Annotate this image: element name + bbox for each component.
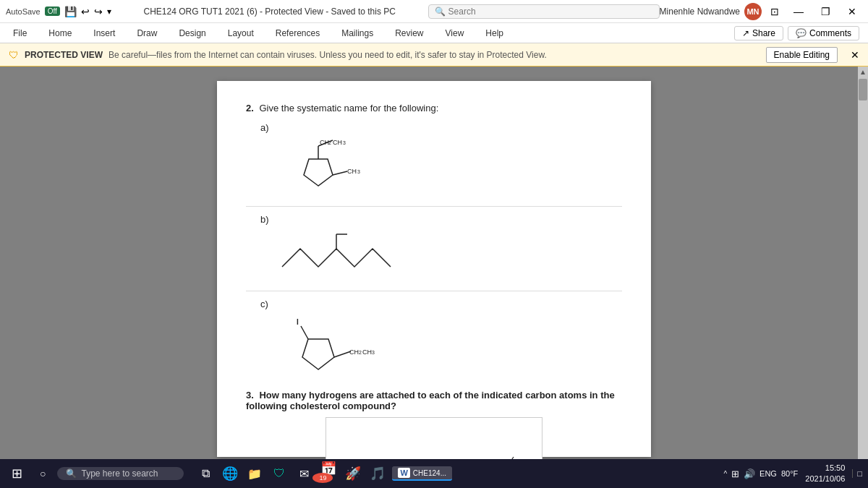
question-3: 3. How many hydrogens are attached to ea… — [246, 390, 622, 411]
chevron-icon[interactable]: ^ — [723, 470, 727, 478]
title-bar: AutoSave Off 💾 ↩ ↪ ▾ CHE124 ORG TUT1 202… — [0, 0, 868, 23]
svg-text:CH: CH — [333, 139, 342, 146]
taskbar-right: ^ ⊞ 🔊 ENG 80°F 15:50 2021/10/06 □ — [723, 463, 862, 485]
redo-icon[interactable]: ↪ — [94, 6, 103, 17]
chem-diagram-c: I CH 2 CH 3 — [275, 315, 622, 382]
taskbar-word-item[interactable]: W CHE124... — [392, 466, 452, 481]
maximize-button[interactable]: ❐ — [815, 3, 836, 20]
tab-insert[interactable]: Insert — [89, 25, 119, 41]
section-divider-1 — [246, 206, 622, 207]
title-bar-left: AutoSave Off 💾 ↩ ↪ ▾ — [6, 6, 111, 17]
q3-number: 3. — [246, 390, 254, 401]
tab-draw[interactable]: Draw — [132, 25, 161, 41]
restore-icon[interactable]: ⊡ — [767, 3, 782, 20]
taskbar-search-input[interactable] — [81, 468, 175, 479]
ribbon: File Home Insert Draw Design Layout Refe… — [0, 23, 868, 43]
desktop-button[interactable]: □ — [852, 469, 862, 478]
taskbar-search-icon: 🔍 — [66, 468, 77, 479]
taskbar-badge-area: 📅 19 — [318, 458, 339, 488]
svg-line-13 — [301, 326, 308, 339]
q2-text: Give the systematic name for the followi… — [259, 103, 438, 114]
language-label[interactable]: ENG — [760, 469, 777, 478]
share-area: ↗ Share 💬 Comments — [734, 26, 859, 40]
svg-text:3: 3 — [357, 169, 360, 174]
close-button[interactable]: ✕ — [842, 3, 862, 20]
search-input[interactable] — [448, 7, 653, 17]
protected-view-message: Be careful—files from the Internet can c… — [109, 50, 547, 60]
autosave-badge[interactable]: Off — [45, 7, 60, 16]
tab-mailings[interactable]: Mailings — [337, 25, 378, 41]
notification-badge: 19 — [312, 473, 333, 483]
q2-number: 2. — [246, 103, 254, 114]
svg-line-15 — [334, 351, 351, 357]
tab-file[interactable]: File — [9, 25, 31, 41]
user-avatar: MN — [744, 3, 762, 20]
svg-text:CH: CH — [349, 348, 359, 356]
tab-view[interactable]: View — [441, 25, 469, 41]
q3-text-bold: How many hydrogens are attached to each … — [246, 390, 615, 411]
svg-text:I: I — [297, 318, 299, 326]
svg-line-7 — [333, 171, 347, 175]
undo-icon[interactable]: ↩ — [81, 6, 90, 17]
document-title: CHE124 ORG TUT1 2021 (6) - Protected Vie… — [144, 7, 396, 17]
protected-view-bar: 🛡 PROTECTED VIEW Be careful—files from t… — [0, 43, 868, 67]
search-taskbar-button[interactable]: ○ — [34, 465, 51, 482]
shield-icon: 🛡 — [9, 49, 19, 61]
svg-text:2: 2 — [328, 140, 331, 145]
scroll-thumb[interactable] — [859, 79, 867, 100]
network-icon[interactable]: ⊞ — [731, 468, 739, 479]
question-2: 2. Give the systematic name for the foll… — [246, 103, 622, 114]
start-button[interactable]: ⊞ — [6, 463, 28, 484]
taskbar-search[interactable]: 🔍 — [57, 467, 184, 480]
structure-c-svg: I CH 2 CH 3 — [275, 315, 391, 380]
taskbar-word-label: CHE124... — [413, 469, 446, 477]
taskbar-icons: ⧉ 🌐 📁 🛡 ✉ 📅 19 🚀 🎵 W CHE124... — [195, 458, 452, 488]
section-divider-2 — [246, 291, 622, 291]
tab-design[interactable]: Design — [174, 25, 210, 41]
comment-icon: 💬 — [796, 28, 807, 38]
tab-references[interactable]: References — [271, 25, 324, 41]
system-tray-icons: ^ ⊞ 🔊 ENG 80°F — [723, 468, 798, 479]
time-area[interactable]: 15:50 2021/10/06 — [805, 463, 845, 485]
scroll-up-arrow[interactable]: ▲ — [858, 67, 868, 77]
share-button[interactable]: ↗ Share — [734, 26, 783, 40]
svg-text:CH: CH — [347, 168, 357, 175]
protected-view-close-button[interactable]: ✕ — [851, 49, 859, 61]
word-icon: W — [398, 468, 409, 478]
taskbar-files[interactable]: 📁 — [244, 463, 265, 484]
taskbar-taskview[interactable]: ⧉ — [195, 463, 216, 484]
document-area[interactable]: 2. Give the systematic name for the foll… — [0, 67, 868, 469]
svg-text:2: 2 — [359, 350, 362, 355]
taskbar-mail[interactable]: ✉ — [294, 463, 314, 484]
volume-icon[interactable]: 🔊 — [744, 468, 755, 479]
taskbar-launcher[interactable]: 🚀 — [343, 463, 363, 484]
svg-marker-12 — [302, 339, 334, 369]
time-display: 15:50 — [805, 463, 845, 474]
tab-layout[interactable]: Layout — [224, 25, 258, 41]
structure-b-svg — [275, 231, 420, 281]
search-box[interactable]: 🔍 — [428, 4, 660, 19]
date-display: 2021/10/06 — [805, 474, 845, 484]
tab-review[interactable]: Review — [391, 25, 427, 41]
comments-button[interactable]: 💬 Comments — [788, 26, 859, 40]
svg-text:3: 3 — [372, 350, 375, 355]
title-bar-right: Minenhle Ndwandwe MN ⊡ — ❐ ✕ — [660, 3, 862, 20]
minimize-button[interactable]: — — [788, 3, 809, 20]
user-name: Minenhle Ndwandwe — [660, 7, 740, 17]
protected-view-label: PROTECTED VIEW — [25, 50, 103, 60]
tab-help[interactable]: Help — [481, 25, 508, 41]
chem-diagram-b — [275, 231, 622, 283]
enable-editing-button[interactable]: Enable Editing — [766, 47, 838, 63]
autosave-label: AutoSave — [6, 7, 41, 16]
structure-a-svg: CH 2 CH 3 CH 3 — [275, 139, 391, 197]
taskbar-music[interactable]: 🎵 — [367, 463, 388, 484]
svg-marker-0 — [304, 159, 333, 186]
tab-home[interactable]: Home — [44, 25, 76, 41]
sub-c-label: c) — [260, 299, 622, 309]
taskbar-shield[interactable]: 🛡 — [269, 463, 289, 484]
sub-a-label: a) — [260, 122, 622, 133]
taskbar-edge[interactable]: 🌐 — [220, 463, 240, 484]
save-icon[interactable]: 💾 — [64, 6, 77, 17]
vertical-scrollbar[interactable]: ▲ ▼ — [858, 67, 868, 469]
search-icon: 🔍 — [435, 7, 446, 17]
